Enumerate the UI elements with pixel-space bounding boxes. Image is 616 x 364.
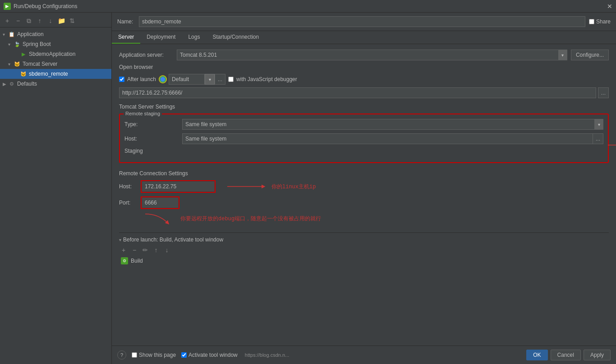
conn-host-input[interactable] (142, 182, 214, 191)
url-input[interactable] (119, 87, 596, 98)
configure-button[interactable]: Configure... (571, 50, 609, 60)
sbdemo-app-icon: ▶ (20, 50, 27, 58)
sidebar-item-application[interactable]: ▾ 📋 Application (0, 29, 111, 39)
name-label: Name: (117, 18, 135, 25)
conn-host-container: Host: 你的linux主机ip (119, 180, 609, 193)
after-launch-row: After launch ▾ … with JavaScript debugge… (119, 74, 609, 85)
application-label: Application (17, 31, 44, 37)
remote-staging-box: Remote staging Type: ▾ Host: (119, 114, 609, 163)
defaults-icon: ⚙ (8, 80, 15, 87)
conn-port-label: Port: (119, 200, 137, 206)
name-input[interactable] (139, 16, 585, 27)
share-checkbox[interactable] (589, 19, 594, 24)
tab-server[interactable]: Server (112, 31, 140, 44)
before-launch-remove-btn[interactable]: − (130, 246, 139, 255)
conn-port-input[interactable] (142, 198, 178, 208)
spring-boot-label: Spring Boot (23, 41, 51, 47)
sidebar-item-defaults[interactable]: ▶ ⚙ Defaults (0, 79, 111, 89)
app-server-input[interactable] (177, 50, 567, 60)
name-row: Name: Share (112, 13, 616, 31)
activate-tool-window-wrapper: Activate tool window (181, 352, 238, 358)
staging-host-label: Host: (124, 136, 179, 142)
sidebar-item-sbdemo-remote[interactable]: 🐱 sbdemo_remote (0, 69, 111, 79)
sbdemo-remote-icon: 🐱 (20, 70, 27, 77)
expand-arrow-application: ▾ (3, 32, 8, 37)
annotation3-text: 你要远程开放的debug端口，随意起一个没有被占用的就行 (180, 215, 321, 223)
expand-arrow-tomcat: ▾ (8, 62, 14, 67)
conn-port-row: Port: (119, 196, 609, 209)
after-launch-checkbox[interactable] (119, 77, 124, 82)
tab-startup[interactable]: Startup/Connection (206, 31, 265, 44)
title-text: Run/Debug Configurations (14, 3, 77, 9)
staging-host-input[interactable] (182, 133, 603, 144)
conn-host-label: Host: (119, 183, 137, 190)
app-server-label: Application server: (119, 52, 173, 58)
before-launch-add-btn[interactable]: + (119, 246, 128, 255)
apply-button[interactable]: Apply (584, 350, 611, 360)
after-launch-label: After launch (127, 76, 156, 82)
tabs-row: Server Deployment Logs Startup/Connectio… (112, 31, 616, 44)
browser-input[interactable] (169, 74, 205, 85)
before-launch-down-btn[interactable]: ↓ (162, 246, 171, 255)
activate-tool-window-checkbox[interactable] (181, 352, 187, 358)
url-row: … (119, 87, 609, 98)
remove-config-button[interactable]: − (14, 16, 23, 25)
js-debugger-checkbox[interactable] (228, 77, 234, 82)
type-input[interactable] (182, 119, 603, 130)
before-launch-section: ▾ Before launch: Build, Activate tool wi… (119, 232, 609, 265)
ok-button[interactable]: OK (526, 350, 547, 360)
staging-host-select-wrapper: ▾ … (182, 133, 603, 144)
help-button[interactable]: ? (117, 350, 126, 359)
app-server-row: Application server: ▾ Configure... (119, 50, 609, 60)
staging-row: Staging (124, 148, 603, 154)
sidebar-toolbar: + − ⧉ ↑ ↓ 📁 ⇅ (0, 14, 111, 27)
sort-button[interactable]: ⇅ (68, 16, 77, 25)
tab-deployment[interactable]: Deployment (140, 31, 182, 44)
before-launch-collapse-arrow[interactable]: ▾ (119, 237, 121, 242)
show-this-page-checkbox[interactable] (132, 352, 137, 358)
bottom-url: https://blog.csdn.n... (245, 352, 289, 358)
cancel-button[interactable]: Cancel (551, 350, 581, 360)
open-browser-section: Open browser After launch ▾ … with JavaS… (119, 64, 609, 98)
conn-port-container: Port: 你要远程开放的debug端口，随意起一个没有被占用的就行 (119, 196, 609, 225)
arrow-svg-1 (603, 141, 616, 150)
staging-host-row: Host: ▾ … (124, 133, 603, 144)
move-down-button[interactable]: ↓ (46, 16, 55, 25)
before-launch-toolbar: + − ✏ ↑ ↓ (119, 246, 609, 255)
browser-select-wrapper: ▾ … (159, 74, 225, 85)
copy-config-button[interactable]: ⧉ (24, 16, 33, 25)
close-button[interactable]: ✕ (607, 3, 612, 10)
spring-boot-icon: 🍃 (14, 41, 21, 48)
show-this-page-label: Show this page (139, 352, 176, 358)
before-launch-edit-btn[interactable]: ✏ (141, 246, 150, 255)
port-input-box (141, 196, 179, 209)
before-launch-up-btn[interactable]: ↑ (152, 246, 161, 255)
add-config-button[interactable]: + (3, 16, 12, 25)
tomcat-server-label: Tomcat Server (23, 61, 57, 67)
type-row: Type: ▾ (124, 119, 603, 130)
browser-icon (159, 75, 167, 83)
browser-dropdown-btn[interactable]: ▾ (205, 74, 215, 85)
move-up-button[interactable]: ↑ (35, 16, 44, 25)
folder-button[interactable]: 📁 (57, 16, 66, 25)
sbdemo-app-label: SbdemoApplication (29, 51, 75, 57)
build-icon: ⚙ (121, 257, 128, 264)
browser-dots-btn[interactable]: … (215, 74, 225, 85)
sidebar-item-tomcat-server[interactable]: ▾ 🐱 Tomcat Server (0, 59, 111, 69)
config-tree: ▾ 📋 Application ▾ 🍃 Spring Boot ▶ Sbdemo… (0, 27, 111, 362)
build-label: Build (131, 258, 143, 264)
sidebar-item-sbdemo-app[interactable]: ▶ SbdemoApplication (0, 49, 111, 59)
before-launch-header: ▾ Before launch: Build, Activate tool wi… (119, 237, 609, 243)
share-checkbox-wrapper: Share (589, 18, 611, 25)
sidebar-item-spring-boot[interactable]: ▾ 🍃 Spring Boot (0, 39, 111, 49)
title-icon: ▶ (4, 3, 11, 10)
defaults-label: Defaults (17, 81, 37, 87)
remote-staging-legend: Remote staging (124, 111, 162, 116)
application-icon: 📋 (8, 31, 15, 38)
staging-host-dots-btn[interactable]: … (593, 133, 603, 144)
tab-logs[interactable]: Logs (182, 31, 206, 44)
conn-host-row: Host: 你的linux主机ip (119, 180, 609, 193)
url-dots-btn[interactable]: … (598, 87, 609, 98)
tomcat-settings-label: Tomcat Server Settings (119, 104, 609, 110)
tomcat-icon: 🐱 (14, 60, 21, 68)
